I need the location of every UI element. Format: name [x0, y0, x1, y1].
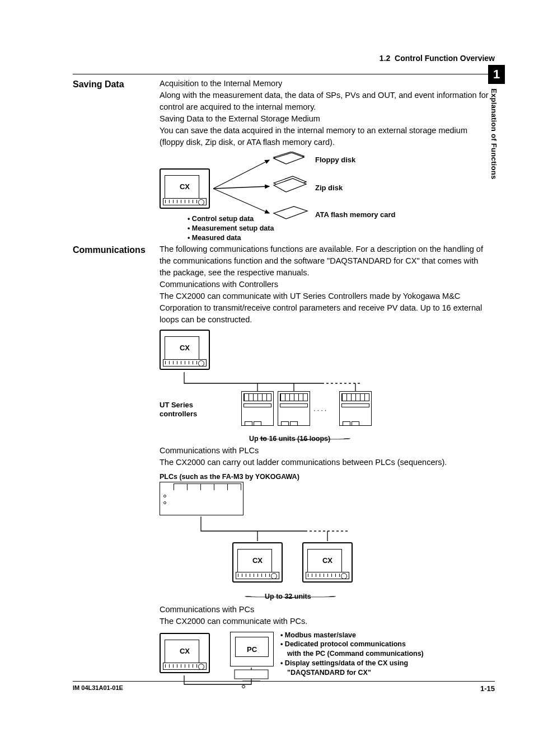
subheading-comm-controllers: Communications with Controllers: [160, 279, 489, 290]
header-rule: [73, 74, 495, 74]
diagram-controllers: CX UT Series controllers ···· ⏟: [160, 330, 489, 442]
ellipsis-icon: ····: [313, 405, 328, 416]
svg-rect-15: [235, 670, 268, 679]
controller-icon: [278, 391, 310, 426]
subheading-acquisition: Acquisition to the Internal Memory: [160, 78, 489, 90]
text-comm-plcs-body: The CX2000 can carry out ladder communic…: [160, 457, 489, 468]
page-footer: IM 04L31A01-01E 1-15: [73, 681, 495, 694]
text-communications-intro: The following communications functions a…: [160, 243, 489, 279]
subheading-external-storage: Saving Data to the External Storage Medi…: [160, 113, 489, 125]
subheading-comm-plcs: Communications with PLCs: [160, 445, 489, 457]
cx-device-icon: CX: [302, 542, 353, 583]
svg-marker-7: [274, 206, 307, 219]
diagram-plcs: PLCs (such as the FA-M3 by YOKOGAWA) CX: [160, 472, 489, 600]
label-zip-disk: Zip disk: [315, 183, 343, 194]
chapter-title: Explanation of Functions: [488, 84, 499, 179]
heading-communications: Communications: [73, 243, 160, 256]
heading-saving-data: Saving Data: [73, 78, 160, 91]
label-ut-series-2: controllers: [160, 409, 197, 420]
text-comm-controllers-body: The CX2000 can communicate with UT Serie…: [160, 290, 489, 326]
svg-line-1: [213, 186, 269, 189]
network-line-icon: [160, 330, 473, 442]
cx-device-icon: CX: [232, 542, 283, 583]
page-number: 1-15: [480, 684, 495, 694]
label-floppy-disk: Floppy disk: [315, 155, 355, 166]
label-ata-card: ATA flash memory card: [315, 210, 396, 220]
doc-id: IM 04L31A01-01E: [73, 684, 123, 694]
svg-line-0: [213, 160, 269, 189]
subheading-comm-pcs: Communications with PCs: [160, 604, 489, 616]
chapter-tab: 1 Explanation of Functions: [488, 65, 505, 179]
text-acquisition-body: Along with the measurement data, the dat…: [160, 90, 489, 113]
chapter-number: 1: [488, 65, 505, 84]
caption-32-units: Up to 32 units: [265, 591, 311, 602]
controller-icon: [241, 391, 274, 426]
data-types-list: Control setup data Measurement setup dat…: [188, 214, 274, 243]
running-header: 1.2 Control Function Overview: [73, 53, 495, 64]
caption-16-units: Up to 16 units (16 loops): [249, 434, 330, 444]
pc-features-list: Modbus master/slave Dedicated protocol c…: [280, 631, 424, 678]
svg-line-2: [213, 189, 269, 213]
diagram-saving-data: CX: [160, 152, 489, 241]
text-external-storage-body: You can save the data acquired in the in…: [160, 125, 489, 148]
controller-icon: [339, 391, 372, 426]
text-comm-pcs-body: The CX2000 can communicate with PCs.: [160, 616, 489, 627]
